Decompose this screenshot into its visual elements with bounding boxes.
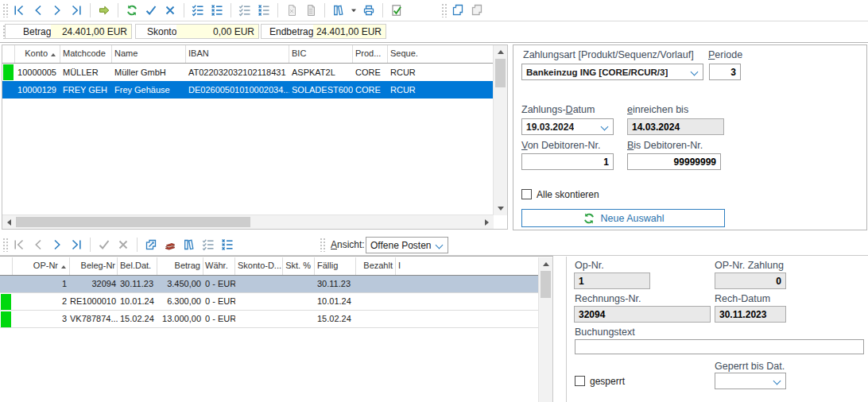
scroll-up-icon[interactable]	[494, 45, 507, 59]
horizontal-scrollbar[interactable]	[2, 215, 494, 229]
toolbar-grip[interactable]	[2, 238, 8, 252]
opnr-label: Op-Nr.	[575, 260, 604, 271]
scroll-down-icon[interactable]	[494, 202, 507, 215]
gesperrt-label: gesperrt	[590, 376, 625, 387]
nav-last-icon[interactable]	[68, 2, 84, 18]
column-header-sequenz[interactable]: Seque.	[388, 45, 494, 63]
reports-caret-icon[interactable]	[350, 2, 358, 18]
scrollbar-thumb[interactable]	[16, 217, 250, 227]
opnr-zahlung-field	[715, 273, 786, 289]
periode-field[interactable]	[709, 64, 741, 80]
column-header-indicator[interactable]	[2, 45, 15, 63]
toolbar-grip[interactable]	[320, 238, 325, 252]
endbetrag-value: 24.401,00 EUR	[313, 25, 386, 38]
chevron-down-icon	[773, 377, 781, 385]
toolbar-grip[interactable]	[441, 3, 447, 17]
nav-first-icon	[11, 237, 27, 253]
zahlungsdatum-select[interactable]: 19.03.2024	[521, 118, 614, 135]
column-header-opnr[interactable]: OP-Nr	[13, 257, 70, 275]
cancel-icon[interactable]	[162, 2, 178, 18]
forward-icon[interactable]	[96, 2, 112, 18]
toolbar-separator	[90, 238, 91, 252]
gesperrt-checkbox[interactable]	[575, 376, 585, 386]
toolbar-grip[interactable]	[2, 3, 8, 17]
checklist-icon[interactable]	[200, 237, 216, 253]
chevron-down-icon	[691, 68, 699, 76]
cancel-icon	[115, 237, 131, 253]
table-row[interactable]: 2 RE1000010 10.01.24 6.300,00 0 - EUR 10…	[0, 293, 539, 311]
reports-icon[interactable]	[181, 237, 197, 253]
checklist-icon[interactable]	[237, 2, 253, 18]
column-header-indicator[interactable]	[0, 257, 13, 275]
toolbar-separator	[90, 3, 91, 17]
column-header-iban[interactable]: IBAN	[186, 45, 289, 63]
column-header-beldat[interactable]: Bel.Dat.	[118, 257, 157, 275]
checklist-icon[interactable]	[190, 2, 206, 18]
column-header-bic[interactable]: BIC	[289, 45, 353, 63]
crosslist-icon[interactable]	[256, 2, 272, 18]
print-list-icon[interactable]	[450, 2, 466, 18]
table-row-selected[interactable]: 1 32094 30.11.23 3.450,00 0 - EUR 30.11.…	[0, 276, 539, 293]
status-indicator-green	[1, 294, 11, 310]
chevron-down-icon	[601, 123, 609, 131]
summary-bar: Betrag 24.401,00 EUR Skonto 0,00 EUR End…	[0, 22, 868, 43]
skonto-value: 0,00 EUR	[176, 25, 258, 38]
scroll-up-icon[interactable]	[539, 257, 552, 271]
column-header-faellig[interactable]: Fällig	[315, 257, 356, 275]
nav-last-icon[interactable]	[68, 237, 84, 253]
chevron-down-icon	[436, 242, 444, 249]
alle-skontieren-label: Alle skontieren	[537, 189, 599, 200]
betrag-value: 24.401,00 EUR	[51, 25, 131, 38]
crosslist-icon[interactable]	[219, 237, 235, 253]
vertical-scrollbar[interactable]	[538, 257, 552, 402]
alle-skontieren-checkbox[interactable]	[521, 189, 532, 199]
confirm-icon[interactable]	[143, 2, 159, 18]
status-indicator-green	[3, 64, 14, 80]
vertical-scrollbar[interactable]	[493, 45, 507, 215]
scrollbar-thumb[interactable]	[495, 59, 506, 87]
endbetrag-summary: Endbetrag 24.401,00 EUR	[261, 24, 386, 39]
column-header-skontod[interactable]: Skonto-D...	[235, 257, 283, 275]
nav-next-icon[interactable]	[49, 2, 65, 18]
column-header-prod[interactable]: Prod...	[353, 45, 388, 63]
protocol-check-icon[interactable]	[389, 2, 405, 18]
ansicht-select[interactable]: Offene Posten	[366, 237, 448, 253]
geperrt-bis-select[interactable]	[715, 373, 786, 389]
zahlungsart-label: Zahlungsart [Produkt/Sequenz/Vorlauf]	[523, 49, 694, 60]
column-header-waehr[interactable]: Währ.	[203, 257, 235, 275]
column-header-konto[interactable]: Konto	[15, 45, 60, 63]
table-row[interactable]: 10000005 MÜLLER Müller GmbH AT0220320321…	[2, 64, 494, 81]
neue-auswahl-button[interactable]: Neue Auswahl	[521, 209, 725, 227]
scrollbar-thumb[interactable]	[541, 271, 551, 298]
column-header-skt[interactable]: Skt. %	[283, 257, 315, 275]
column-header-betrag[interactable]: Betrag	[157, 257, 203, 275]
refresh-icon[interactable]	[124, 2, 140, 18]
table-row-selected[interactable]: 10000129 FREY GEH Frey Gehäuse DE0260050…	[2, 81, 494, 99]
print-list-icon	[469, 2, 485, 18]
window-switch-icon[interactable]	[143, 237, 159, 253]
column-header-name[interactable]: Name	[112, 45, 186, 63]
zahlungsdatum-label: Zahlungs-Datum	[521, 104, 595, 115]
zahlungsart-select[interactable]: Bankeinzug ING [CORE/RCUR/3]	[521, 64, 703, 80]
column-header-matchcode[interactable]: Matchcode	[60, 45, 112, 63]
scroll-left-icon[interactable]	[2, 215, 16, 229]
toolbar-separator	[324, 3, 325, 17]
column-header-truncated[interactable]: I	[396, 257, 539, 275]
nav-prev-icon[interactable]	[30, 2, 46, 18]
account-books-icon[interactable]	[162, 237, 178, 253]
betrag-label: Betrag	[6, 25, 51, 38]
nav-first-icon[interactable]	[11, 2, 27, 18]
table-row[interactable]: 3 VK787874... 15.02.24 13.000,00 0 - EUR…	[0, 311, 539, 328]
nav-next-icon[interactable]	[49, 237, 65, 253]
column-header-bezahlt[interactable]: Bezahlt	[356, 257, 396, 275]
column-header-belegnr[interactable]: Beleg-Nr	[70, 257, 118, 275]
refresh-icon	[583, 212, 595, 225]
scroll-right-icon[interactable]	[480, 215, 494, 229]
einreichen-bis-field	[627, 118, 724, 135]
reports-icon[interactable]	[331, 2, 347, 18]
von-debitoren-field[interactable]	[521, 153, 614, 170]
bis-debitoren-field[interactable]	[627, 153, 721, 170]
buchungstext-input[interactable]	[575, 339, 864, 354]
crosslist-icon[interactable]	[209, 2, 225, 18]
print-icon[interactable]	[361, 2, 377, 18]
